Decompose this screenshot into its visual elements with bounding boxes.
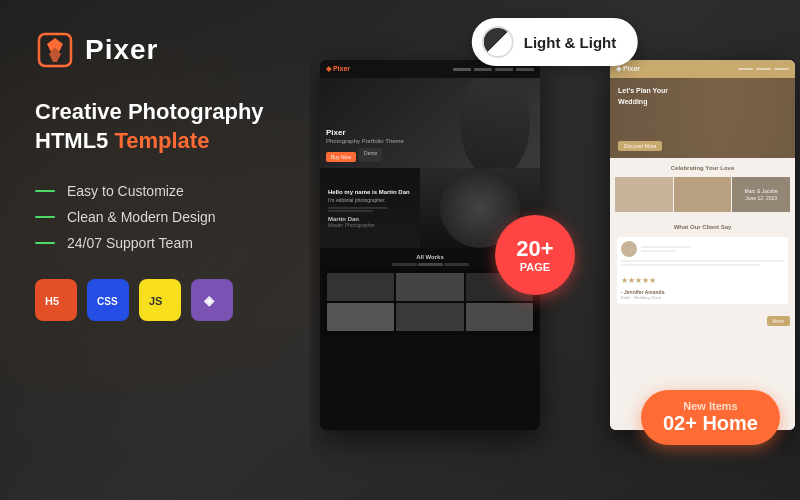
badge-label: PAGE <box>520 261 550 273</box>
mock-wedding-hero: Let's Plan YourWedding Discover More <box>610 78 795 158</box>
svg-text:CSS: CSS <box>97 296 118 307</box>
mock-photo-2 <box>674 177 732 212</box>
mock-photo-3: Marc & JacobeJune 12, 2023 <box>732 177 790 212</box>
new-items-button[interactable]: New Items 02+ Home <box>641 390 780 445</box>
mock-client-text <box>641 246 691 248</box>
mock-hero-subtitle: Photography Portfolio Theme <box>326 138 404 144</box>
tagline-block: Creative Photography HTML5 Template <box>35 98 275 155</box>
new-items-label: New Items <box>663 400 758 412</box>
mock-more-btn: More <box>767 316 790 326</box>
svg-text:JS: JS <box>149 295 162 307</box>
badge-number: 20+ <box>516 237 553 261</box>
page-count-badge: 20+ PAGE <box>495 215 575 295</box>
preview-screenshot-right[interactable]: ◈ Pixer Let's Plan YourWedding <box>610 60 795 430</box>
mock-photos-grid: Marc & JacobeJune 12, 2023 <box>613 175 792 214</box>
mock-celebrating-title: Celebrating Your Love <box>613 161 792 175</box>
feature-item-3: 24/07 Support Team <box>35 235 275 251</box>
mock-about-role: I'm editorial photographer. <box>328 197 410 203</box>
features-list: Easy to Customize Clean & Modern Design … <box>35 183 275 251</box>
mock-couple-image <box>715 78 795 158</box>
mock-client-text2 <box>641 250 676 252</box>
new-items-count: 02+ Home <box>663 412 758 435</box>
feature-label: 24/07 Support Team <box>67 235 193 251</box>
mock-review-text <box>621 260 784 262</box>
tagline-highlight: Template <box>114 128 209 153</box>
badge-bootstrap: ◈ <box>191 279 233 321</box>
mock-more-btn-area: More <box>613 307 792 327</box>
mock-grid-item <box>327 273 394 301</box>
badge-js: JS <box>139 279 181 321</box>
mock-reviewer-title: Bride - Wedding Client <box>621 295 784 300</box>
badge-html5: H5 <box>35 279 77 321</box>
main-container: Pixer Creative Photography HTML5 Templat… <box>0 0 800 500</box>
mock-gallery-section: Celebrating Your Love Marc & JacobeJune … <box>610 158 795 217</box>
feature-label: Clean & Modern Design <box>67 209 216 225</box>
tagline-line1: Creative Photography <box>35 98 275 127</box>
theme-toggle-button[interactable]: Light & Light <box>472 18 638 66</box>
brand-name: Pixer <box>85 34 159 66</box>
mock-brand: ◈ Pixer <box>326 65 350 73</box>
feature-label: Easy to Customize <box>67 183 184 199</box>
tagline-plain: HTML5 <box>35 128 114 153</box>
pixer-logo-icon <box>35 30 75 70</box>
mock-photo-1 <box>615 177 673 212</box>
mock-wedding-title: Let's Plan YourWedding <box>618 86 668 107</box>
logo-area: Pixer <box>35 30 275 70</box>
mock-light-header: ◈ Pixer <box>610 60 795 78</box>
badge-css3: CSS <box>87 279 129 321</box>
toggle-label: Light & Light <box>524 34 616 51</box>
mock-client-title: What Our Client Say <box>613 220 792 234</box>
feature-item-1: Easy to Customize <box>35 183 275 199</box>
mock-figure <box>460 78 530 168</box>
mock-grid-item <box>396 273 463 301</box>
mock-light-brand: ◈ Pixer <box>616 65 640 73</box>
tech-badges: H5 CSS JS ◈ <box>35 279 275 321</box>
left-panel: Pixer Creative Photography HTML5 Templat… <box>0 0 310 500</box>
feature-item-2: Clean & Modern Design <box>35 209 275 225</box>
mock-review-text2 <box>621 264 760 266</box>
feature-dash-icon <box>35 216 55 218</box>
toggle-circle-icon <box>482 26 514 58</box>
mock-buy-btn: Buy Now <box>326 152 356 162</box>
mock-grid-item <box>396 303 463 331</box>
tagline-line2: HTML5 Template <box>35 127 275 156</box>
mock-hero: Pixer Photography Portfolio Theme Buy No… <box>320 78 540 168</box>
mock-about-title: Hello my name is Martin Dan <box>328 188 410 197</box>
svg-text:H5: H5 <box>45 295 59 307</box>
mock-discover-btn: Discover More <box>618 141 662 151</box>
mock-light-theme: ◈ Pixer Let's Plan YourWedding <box>610 60 795 430</box>
mock-hero-title: Pixer <box>326 127 404 138</box>
svg-text:◈: ◈ <box>203 293 215 308</box>
feature-dash-icon <box>35 190 55 192</box>
mock-testimonial-block: ★★★★★ - Jennifer Amanda Bride - Wedding … <box>617 237 788 304</box>
mock-demo-btn: Demo <box>359 148 382 162</box>
mock-grid-item <box>327 303 394 331</box>
feature-dash-icon <box>35 242 55 244</box>
mock-stars: ★★★★★ <box>621 276 656 285</box>
right-area: Light & Light ◈ Pixer <box>310 0 800 500</box>
mock-grid-item <box>466 303 533 331</box>
